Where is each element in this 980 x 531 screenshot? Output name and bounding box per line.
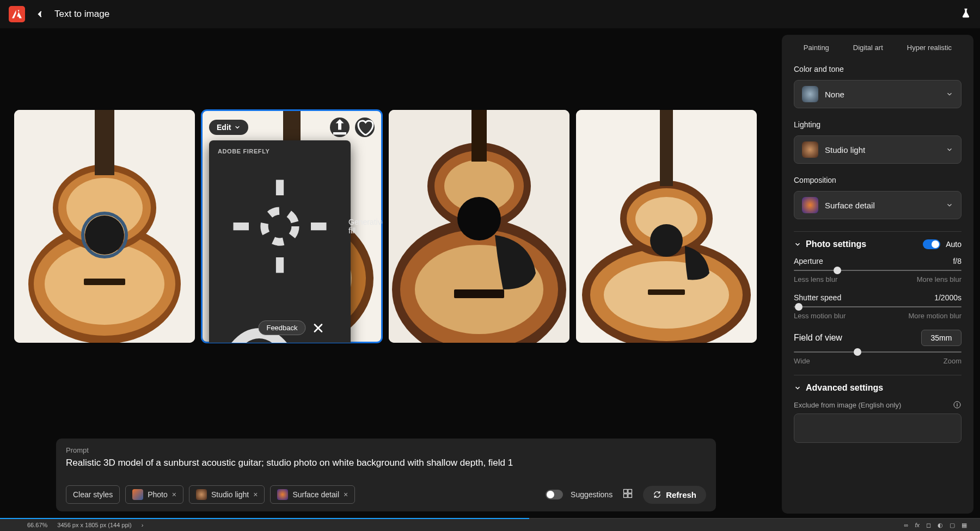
thumbnail-icon [802, 86, 818, 102]
fov-input[interactable] [921, 330, 961, 346]
lighting-dropdown[interactable]: Studio light [794, 135, 961, 164]
feedback-close[interactable] [311, 321, 326, 335]
style-chip-light[interactable]: Studio light× [189, 485, 265, 504]
chip-remove[interactable]: × [172, 490, 176, 499]
style-tab-hyper[interactable]: Hyper realistic [907, 44, 952, 52]
auto-toggle[interactable] [923, 239, 940, 249]
exclude-label: Exclude from image (English only) [794, 401, 901, 409]
auto-label: Auto [946, 240, 961, 249]
thumbnail-icon [277, 489, 288, 500]
svg-point-7 [85, 215, 124, 255]
heart-icon [355, 118, 375, 137]
style-chip-surface[interactable]: Surface detail× [270, 485, 355, 504]
svg-rect-9 [95, 110, 114, 175]
color-tone-label: Color and tone [794, 65, 961, 73]
labs-icon[interactable] [960, 8, 971, 21]
svg-rect-47 [624, 490, 628, 493]
sparkle-icon [218, 164, 342, 288]
chevron-down-icon [946, 90, 953, 98]
svg-rect-50 [628, 494, 632, 498]
style-tab-painting[interactable]: Painting [804, 44, 829, 52]
aperture-slider[interactable] [794, 270, 961, 271]
svg-rect-44 [660, 110, 673, 186]
footer-tool-icon[interactable]: ▦ [961, 522, 967, 529]
footer-tool-icon[interactable]: fx [915, 522, 920, 529]
chevron-down-icon [946, 201, 953, 209]
chip-remove[interactable]: × [344, 490, 348, 499]
close-icon [311, 321, 326, 335]
thumbnail-icon [802, 141, 818, 158]
info-icon[interactable] [953, 400, 961, 409]
composition-label: Composition [794, 176, 961, 184]
chevron-right-icon[interactable]: › [142, 522, 144, 528]
clear-styles-button[interactable]: Clear styles [66, 485, 120, 504]
svg-point-43 [650, 224, 683, 257]
menu-show-similar[interactable]: Show similar [209, 293, 351, 343]
prompt-text[interactable]: Realistic 3D model of a sunburst acousti… [66, 458, 706, 468]
chevron-down-icon[interactable] [794, 240, 801, 248]
advanced-title: Advanced settings [806, 383, 883, 393]
refresh-button[interactable]: Refresh [643, 486, 706, 504]
svg-rect-49 [624, 494, 628, 498]
feedback-button[interactable]: Feedback [258, 320, 305, 335]
thumbnail-icon [802, 197, 818, 213]
svg-rect-45 [648, 289, 685, 295]
layout-toggle[interactable] [620, 486, 635, 503]
chevron-down-icon [234, 124, 241, 131]
svg-rect-34 [471, 110, 487, 162]
footer-tool-icon[interactable]: ◐ [938, 522, 943, 529]
thumbnail-icon [196, 489, 207, 500]
chevron-down-icon[interactable] [794, 384, 801, 392]
prompt-bar: Prompt Realistic 3D model of a sunburst … [56, 439, 716, 511]
color-tone-dropdown[interactable]: None [794, 80, 961, 108]
grid-icon [622, 488, 633, 499]
composition-dropdown[interactable]: Surface detail [794, 191, 961, 219]
suggestions-toggle[interactable] [546, 490, 563, 499]
photo-settings-title: Photo settings [806, 239, 866, 249]
share-button[interactable] [330, 118, 350, 137]
prompt-label: Prompt [66, 446, 706, 454]
fov-slider[interactable] [794, 351, 961, 353]
aperture-value: f/8 [953, 257, 961, 266]
svg-rect-35 [454, 289, 504, 298]
aperture-label: Aperture [794, 257, 823, 266]
generation-result-selected[interactable]: Edit ADOBE FIREFLY Generative fill Show … [201, 110, 382, 343]
generation-result[interactable] [14, 110, 195, 343]
edit-button[interactable]: Edit [209, 120, 248, 135]
footer-tool-icon[interactable]: ∞ [904, 522, 909, 529]
shutter-label: Shutter speed [794, 293, 841, 302]
share-icon [330, 118, 350, 137]
refresh-icon [653, 490, 661, 499]
svg-point-33 [457, 197, 501, 240]
document-dimensions: 3456 px x 1805 px (144 ppi) [57, 522, 131, 528]
exclude-input[interactable] [794, 413, 961, 443]
generation-result[interactable] [576, 110, 757, 343]
chevron-down-icon [946, 146, 953, 153]
shutter-slider[interactable] [794, 306, 961, 307]
footer-tool-icon[interactable]: ◻ [926, 522, 931, 529]
style-tab-digital[interactable]: Digital art [853, 44, 883, 52]
adobe-logo[interactable] [9, 6, 25, 22]
menu-generative-fill[interactable]: Generative fill [209, 160, 351, 293]
back-button[interactable] [35, 9, 45, 19]
svg-rect-48 [628, 490, 632, 493]
svg-rect-10 [84, 279, 125, 285]
edit-context-menu: ADOBE FIREFLY Generative fill Show simil… [209, 140, 351, 343]
generation-result[interactable] [389, 110, 569, 343]
menu-section-firefly: ADOBE FIREFLY [209, 148, 351, 160]
status-bar: 66.67% 3456 px x 1805 px (144 ppi) › ∞ f… [0, 519, 980, 531]
suggestions-label: Suggestions [571, 490, 612, 499]
footer-tool-icon[interactable]: ▢ [950, 522, 955, 529]
page-title: Text to image [54, 9, 109, 20]
thumbnail-icon [132, 489, 143, 500]
zoom-level[interactable]: 66.67% [27, 522, 47, 528]
chip-remove[interactable]: × [253, 490, 258, 499]
favorite-button[interactable] [355, 118, 375, 137]
settings-panel: Painting Digital art Hyper realistic Col… [782, 35, 973, 514]
fov-label: Field of view [794, 333, 842, 343]
similar-icon [218, 297, 342, 343]
shutter-value: 1/2000s [934, 293, 961, 302]
svg-point-21 [265, 211, 296, 242]
style-chip-photo[interactable]: Photo× [125, 485, 183, 504]
edit-label: Edit [217, 123, 231, 132]
